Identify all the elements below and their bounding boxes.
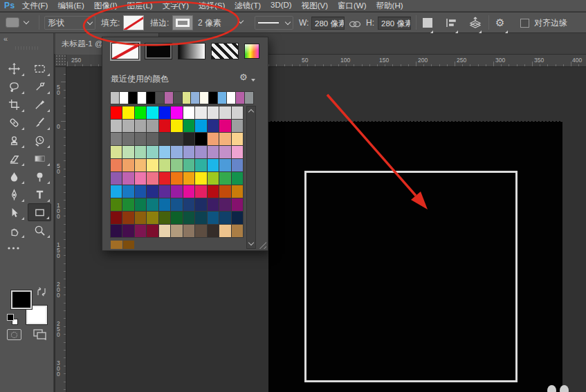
color-swatch[interactable] <box>219 198 230 211</box>
color-swatch[interactable] <box>183 225 194 237</box>
color-swatch[interactable] <box>195 133 206 145</box>
color-swatch[interactable] <box>111 198 122 211</box>
color-swatch[interactable] <box>208 120 219 132</box>
color-swatch[interactable] <box>147 212 158 224</box>
recent-color-swatch[interactable] <box>129 92 137 104</box>
color-swatch[interactable] <box>208 185 219 198</box>
clone-stamp-tool[interactable] <box>2 131 26 149</box>
color-swatch[interactable] <box>159 159 170 171</box>
brush-tool[interactable] <box>28 113 51 131</box>
color-swatch[interactable] <box>135 106 146 119</box>
menu-item[interactable]: 滤镜(T) <box>235 1 261 11</box>
color-swatch[interactable] <box>135 120 146 132</box>
color-swatch[interactable] <box>195 198 206 211</box>
color-swatch[interactable] <box>135 198 146 211</box>
color-swatch[interactable] <box>147 225 158 237</box>
color-swatch[interactable] <box>171 185 182 198</box>
color-swatch[interactable] <box>122 159 134 171</box>
color-swatch[interactable] <box>111 159 122 171</box>
swap-colors-icon[interactable] <box>36 287 47 297</box>
pen-tool[interactable] <box>2 185 26 203</box>
color-swatch[interactable] <box>135 172 146 185</box>
color-swatch[interactable] <box>219 185 230 198</box>
color-picker-button[interactable] <box>244 44 259 59</box>
color-swatch[interactable] <box>195 212 206 224</box>
tool-preset-dropdown[interactable] <box>6 17 28 28</box>
color-swatch[interactable] <box>232 212 243 224</box>
color-swatch[interactable] <box>111 225 122 237</box>
color-swatch[interactable] <box>122 172 134 185</box>
gradient-tool[interactable] <box>28 149 51 167</box>
color-swatch[interactable] <box>219 146 230 158</box>
color-swatch[interactable] <box>195 120 206 132</box>
menu-item[interactable]: 窗口(W) <box>338 1 367 11</box>
color-swatch[interactable] <box>147 120 158 132</box>
color-swatch[interactable] <box>122 133 134 145</box>
shape-height-input[interactable]: 280 像素 <box>378 17 411 30</box>
recent-color-swatch[interactable] <box>111 92 119 104</box>
color-swatch[interactable] <box>122 185 134 198</box>
color-swatch[interactable] <box>111 212 122 224</box>
menu-item[interactable]: 图像(I) <box>94 1 118 11</box>
swatch-scrollbar[interactable] <box>246 106 256 249</box>
color-swatch[interactable] <box>122 146 134 158</box>
menu-item[interactable]: 图层(L) <box>127 1 153 11</box>
zoom-tool[interactable] <box>28 221 51 239</box>
color-swatch[interactable] <box>147 146 158 158</box>
color-swatch[interactable] <box>147 159 158 171</box>
path-operations-button[interactable] <box>423 18 432 28</box>
color-swatch[interactable] <box>219 225 230 237</box>
link-dimensions-icon[interactable] <box>349 21 361 28</box>
default-colors-icon[interactable] <box>7 314 19 326</box>
color-swatch[interactable] <box>208 172 219 185</box>
fill-type-gradient-button[interactable] <box>178 43 205 59</box>
color-swatch[interactable] <box>171 120 182 132</box>
color-swatch[interactable] <box>159 106 170 119</box>
color-swatch[interactable] <box>171 133 182 145</box>
eraser-tool[interactable] <box>2 149 26 167</box>
menu-item[interactable]: 视图(V) <box>302 1 328 11</box>
shape-width-input[interactable]: 280 像素 <box>311 17 345 30</box>
scroll-down-icon[interactable] <box>248 240 254 245</box>
color-swatch[interactable] <box>147 198 158 211</box>
recent-color-swatch[interactable] <box>138 92 146 104</box>
recent-color-swatch[interactable] <box>165 92 173 104</box>
color-swatch[interactable] <box>195 146 206 158</box>
color-swatch[interactable] <box>111 133 122 145</box>
color-swatch[interactable] <box>232 146 243 158</box>
color-swatch[interactable] <box>122 120 134 132</box>
move-tool[interactable] <box>2 59 26 77</box>
color-swatch[interactable] <box>122 225 134 237</box>
color-swatch[interactable] <box>219 172 230 185</box>
color-swatch[interactable] <box>111 241 122 249</box>
color-swatch[interactable] <box>159 185 170 198</box>
color-swatch[interactable] <box>183 106 194 119</box>
color-swatch[interactable] <box>183 120 194 132</box>
color-swatch[interactable] <box>122 212 134 224</box>
color-swatch[interactable] <box>183 185 194 198</box>
color-swatch[interactable] <box>159 225 170 237</box>
dodge-tool[interactable] <box>28 167 51 185</box>
color-swatch[interactable] <box>171 198 182 211</box>
rectangle-shape[interactable] <box>304 171 518 382</box>
recent-color-swatch[interactable] <box>183 92 191 104</box>
blur-tool[interactable] <box>2 167 26 185</box>
type-tool[interactable] <box>28 185 51 203</box>
menu-item[interactable]: 编辑(E) <box>57 1 84 11</box>
panel-resize-grip[interactable] <box>257 240 266 249</box>
menu-item[interactable]: 帮助(H) <box>376 1 403 11</box>
color-swatch[interactable] <box>219 120 230 132</box>
color-swatch[interactable] <box>208 133 219 145</box>
fill-type-pattern-button[interactable] <box>211 43 239 59</box>
color-swatch[interactable] <box>208 225 219 237</box>
color-swatch[interactable] <box>183 146 194 158</box>
color-swatch[interactable] <box>232 120 243 132</box>
quick-mask-button[interactable] <box>7 329 21 340</box>
menu-item[interactable]: 文字(Y) <box>163 1 189 11</box>
color-swatch[interactable] <box>111 185 122 198</box>
color-swatch[interactable] <box>195 159 206 171</box>
color-swatch[interactable] <box>232 185 243 198</box>
color-swatch[interactable] <box>159 146 170 158</box>
crop-tool[interactable] <box>2 95 26 113</box>
color-swatch[interactable] <box>159 120 170 132</box>
